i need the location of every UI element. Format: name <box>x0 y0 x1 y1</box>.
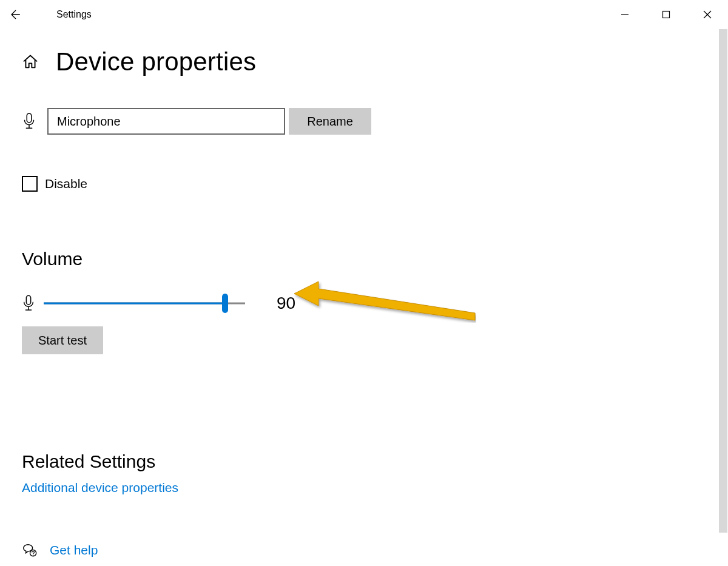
microphone-icon <box>22 112 36 130</box>
back-arrow-icon <box>8 8 21 21</box>
device-name-row: Rename <box>22 108 728 135</box>
get-help-link[interactable]: Get help <box>50 543 98 558</box>
volume-value: 90 <box>277 294 295 313</box>
home-icon <box>22 53 39 70</box>
home-button[interactable] <box>22 53 39 70</box>
disable-label: Disable <box>45 177 87 191</box>
close-icon <box>703 10 712 19</box>
device-name-input[interactable] <box>47 108 285 135</box>
volume-heading: Volume <box>22 249 728 269</box>
slider-fill <box>44 303 225 305</box>
disable-checkbox[interactable] <box>22 176 38 192</box>
titlebar: Settings <box>0 0 728 29</box>
vertical-scrollbar[interactable] <box>719 29 727 533</box>
volume-slider[interactable] <box>44 294 245 312</box>
minimize-icon <box>621 10 629 19</box>
maximize-button[interactable] <box>645 0 687 29</box>
close-button[interactable] <box>687 0 728 29</box>
svg-rect-4 <box>27 113 32 123</box>
svg-rect-5 <box>26 295 30 305</box>
get-help-row: Get help <box>22 542 728 558</box>
minimize-button[interactable] <box>604 0 645 29</box>
maximize-icon <box>662 10 670 19</box>
svg-rect-1 <box>663 12 670 18</box>
chat-help-icon <box>22 542 38 558</box>
slider-thumb[interactable] <box>222 294 228 313</box>
additional-device-properties-link[interactable]: Additional device properties <box>22 480 178 495</box>
window-title: Settings <box>56 9 92 20</box>
window-controls <box>604 0 728 29</box>
disable-row: Disable <box>22 176 728 192</box>
volume-row: 90 <box>22 294 728 313</box>
page-header: Device properties <box>22 47 728 76</box>
rename-button[interactable]: Rename <box>289 108 371 135</box>
related-settings-heading: Related Settings <box>22 451 728 472</box>
content-area: Rename Disable Volume 90 Start test Rela… <box>22 108 728 566</box>
back-button[interactable] <box>0 0 29 29</box>
page-title: Device properties <box>56 47 256 76</box>
start-test-button[interactable]: Start test <box>22 326 103 354</box>
microphone-icon <box>22 294 35 312</box>
